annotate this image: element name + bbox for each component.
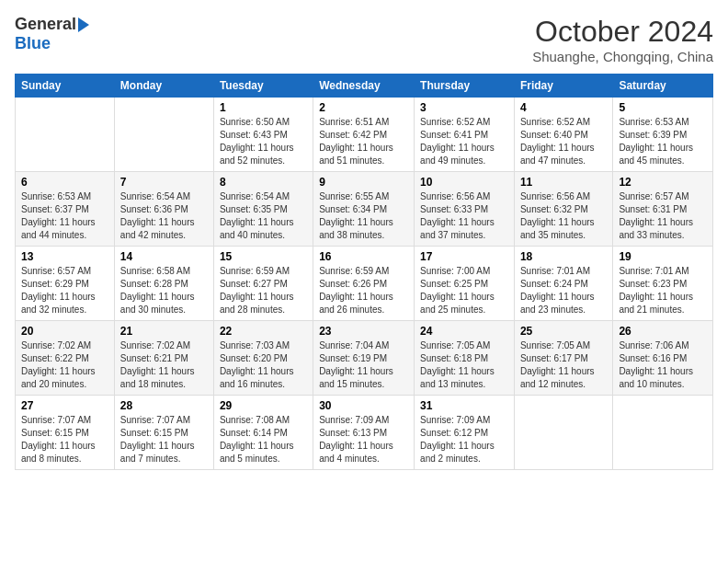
weekday-header-monday: Monday	[114, 75, 213, 98]
calendar-week-row: 1Sunrise: 6:50 AM Sunset: 6:43 PM Daylig…	[16, 98, 713, 172]
logo-blue-text: Blue	[15, 34, 51, 53]
day-number: 15	[220, 250, 307, 263]
day-number: 31	[420, 399, 508, 412]
calendar-cell: 1Sunrise: 6:50 AM Sunset: 6:43 PM Daylig…	[213, 98, 313, 172]
day-info: Sunrise: 6:55 AM Sunset: 6:34 PM Dayligh…	[319, 190, 408, 242]
calendar-cell: 19Sunrise: 7:01 AM Sunset: 6:23 PM Dayli…	[613, 247, 713, 321]
day-info: Sunrise: 6:56 AM Sunset: 6:32 PM Dayligh…	[520, 190, 607, 242]
day-number: 23	[319, 325, 408, 338]
calendar-cell: 9Sunrise: 6:55 AM Sunset: 6:34 PM Daylig…	[313, 172, 415, 247]
calendar-cell: 23Sunrise: 7:04 AM Sunset: 6:19 PM Dayli…	[313, 321, 415, 396]
day-number: 27	[21, 399, 108, 412]
day-info: Sunrise: 6:57 AM Sunset: 6:29 PM Dayligh…	[21, 265, 108, 316]
day-number: 10	[420, 176, 508, 189]
day-info: Sunrise: 6:59 AM Sunset: 6:27 PM Dayligh…	[220, 265, 307, 316]
weekday-header-saturday: Saturday	[613, 75, 713, 98]
day-info: Sunrise: 7:06 AM Sunset: 6:16 PM Dayligh…	[619, 339, 707, 391]
day-number: 1	[220, 101, 307, 114]
day-number: 7	[120, 176, 208, 189]
weekday-header-sunday: Sunday	[16, 75, 115, 98]
month-title: October 2024	[532, 15, 713, 49]
day-number: 30	[319, 399, 408, 412]
logo-general-text: General	[15, 15, 76, 34]
calendar-body: 1Sunrise: 6:50 AM Sunset: 6:43 PM Daylig…	[16, 98, 713, 470]
calendar-cell: 20Sunrise: 7:02 AM Sunset: 6:22 PM Dayli…	[16, 321, 115, 396]
day-info: Sunrise: 6:52 AM Sunset: 6:41 PM Dayligh…	[420, 116, 508, 167]
day-number: 26	[619, 325, 707, 338]
day-number: 11	[520, 176, 607, 189]
day-info: Sunrise: 7:09 AM Sunset: 6:12 PM Dayligh…	[420, 414, 508, 465]
calendar-cell: 25Sunrise: 7:05 AM Sunset: 6:17 PM Dayli…	[514, 321, 612, 396]
day-number: 18	[520, 250, 607, 263]
logo-arrow-icon	[78, 17, 89, 32]
day-number: 4	[520, 101, 607, 114]
day-info: Sunrise: 6:54 AM Sunset: 6:35 PM Dayligh…	[220, 190, 307, 242]
day-info: Sunrise: 6:53 AM Sunset: 6:37 PM Dayligh…	[21, 190, 108, 242]
calendar-cell: 8Sunrise: 6:54 AM Sunset: 6:35 PM Daylig…	[213, 172, 313, 247]
day-info: Sunrise: 7:01 AM Sunset: 6:23 PM Dayligh…	[619, 265, 707, 316]
calendar-cell: 22Sunrise: 7:03 AM Sunset: 6:20 PM Dayli…	[213, 321, 313, 396]
calendar-cell: 26Sunrise: 7:06 AM Sunset: 6:16 PM Dayli…	[613, 321, 713, 396]
calendar-week-row: 27Sunrise: 7:07 AM Sunset: 6:15 PM Dayli…	[16, 396, 713, 470]
calendar-cell: 3Sunrise: 6:52 AM Sunset: 6:41 PM Daylig…	[415, 98, 515, 172]
calendar-cell: 27Sunrise: 7:07 AM Sunset: 6:15 PM Dayli…	[16, 396, 115, 470]
calendar-week-row: 13Sunrise: 6:57 AM Sunset: 6:29 PM Dayli…	[16, 247, 713, 321]
day-info: Sunrise: 7:05 AM Sunset: 6:17 PM Dayligh…	[520, 339, 607, 391]
day-info: Sunrise: 7:01 AM Sunset: 6:24 PM Dayligh…	[520, 265, 607, 316]
calendar-cell: 14Sunrise: 6:58 AM Sunset: 6:28 PM Dayli…	[114, 247, 213, 321]
weekday-header-wednesday: Wednesday	[313, 75, 415, 98]
calendar-cell	[16, 98, 115, 172]
calendar-cell: 29Sunrise: 7:08 AM Sunset: 6:14 PM Dayli…	[213, 396, 313, 470]
calendar-cell	[514, 396, 612, 470]
calendar-cell	[613, 396, 713, 470]
calendar-week-row: 6Sunrise: 6:53 AM Sunset: 6:37 PM Daylig…	[16, 172, 713, 247]
calendar-table: SundayMondayTuesdayWednesdayThursdayFrid…	[15, 74, 713, 470]
weekday-header-tuesday: Tuesday	[213, 75, 313, 98]
day-number: 3	[420, 101, 508, 114]
day-number: 29	[220, 399, 307, 412]
calendar-cell: 7Sunrise: 6:54 AM Sunset: 6:36 PM Daylig…	[114, 172, 213, 247]
day-number: 2	[319, 101, 408, 114]
day-info: Sunrise: 7:07 AM Sunset: 6:15 PM Dayligh…	[120, 414, 208, 465]
weekday-header-friday: Friday	[514, 75, 612, 98]
calendar-cell: 18Sunrise: 7:01 AM Sunset: 6:24 PM Dayli…	[514, 247, 612, 321]
day-info: Sunrise: 7:02 AM Sunset: 6:22 PM Dayligh…	[21, 339, 108, 391]
calendar-header-row: SundayMondayTuesdayWednesdayThursdayFrid…	[16, 75, 713, 98]
day-info: Sunrise: 6:56 AM Sunset: 6:33 PM Dayligh…	[420, 190, 508, 242]
calendar-cell: 15Sunrise: 6:59 AM Sunset: 6:27 PM Dayli…	[213, 247, 313, 321]
day-number: 17	[420, 250, 508, 263]
location-subtitle: Shuanghe, Chongqing, China	[532, 49, 713, 64]
page-header: General Blue October 2024 Shuanghe, Chon…	[15, 15, 713, 64]
day-info: Sunrise: 7:08 AM Sunset: 6:14 PM Dayligh…	[220, 414, 307, 465]
day-number: 14	[120, 250, 208, 263]
calendar-cell: 4Sunrise: 6:52 AM Sunset: 6:40 PM Daylig…	[514, 98, 612, 172]
calendar-cell: 28Sunrise: 7:07 AM Sunset: 6:15 PM Dayli…	[114, 396, 213, 470]
calendar-cell: 13Sunrise: 6:57 AM Sunset: 6:29 PM Dayli…	[16, 247, 115, 321]
day-info: Sunrise: 7:02 AM Sunset: 6:21 PM Dayligh…	[120, 339, 208, 391]
calendar-cell: 30Sunrise: 7:09 AM Sunset: 6:13 PM Dayli…	[313, 396, 415, 470]
weekday-header-thursday: Thursday	[415, 75, 515, 98]
calendar-cell: 24Sunrise: 7:05 AM Sunset: 6:18 PM Dayli…	[415, 321, 515, 396]
calendar-cell: 16Sunrise: 6:59 AM Sunset: 6:26 PM Dayli…	[313, 247, 415, 321]
day-info: Sunrise: 7:07 AM Sunset: 6:15 PM Dayligh…	[21, 414, 108, 465]
calendar-cell: 11Sunrise: 6:56 AM Sunset: 6:32 PM Dayli…	[514, 172, 612, 247]
day-number: 20	[21, 325, 108, 338]
day-number: 25	[520, 325, 607, 338]
day-number: 12	[619, 176, 707, 189]
day-info: Sunrise: 7:05 AM Sunset: 6:18 PM Dayligh…	[420, 339, 508, 391]
day-number: 28	[120, 399, 208, 412]
day-number: 19	[619, 250, 707, 263]
day-info: Sunrise: 7:00 AM Sunset: 6:25 PM Dayligh…	[420, 265, 508, 316]
calendar-cell: 21Sunrise: 7:02 AM Sunset: 6:21 PM Dayli…	[114, 321, 213, 396]
calendar-cell: 31Sunrise: 7:09 AM Sunset: 6:12 PM Dayli…	[415, 396, 515, 470]
calendar-cell: 10Sunrise: 6:56 AM Sunset: 6:33 PM Dayli…	[415, 172, 515, 247]
day-info: Sunrise: 7:03 AM Sunset: 6:20 PM Dayligh…	[220, 339, 307, 391]
day-number: 6	[21, 176, 108, 189]
day-number: 13	[21, 250, 108, 263]
calendar-cell: 12Sunrise: 6:57 AM Sunset: 6:31 PM Dayli…	[613, 172, 713, 247]
day-number: 5	[619, 101, 707, 114]
day-info: Sunrise: 6:53 AM Sunset: 6:39 PM Dayligh…	[619, 116, 707, 167]
day-info: Sunrise: 7:09 AM Sunset: 6:13 PM Dayligh…	[319, 414, 408, 465]
day-number: 9	[319, 176, 408, 189]
day-info: Sunrise: 6:50 AM Sunset: 6:43 PM Dayligh…	[220, 116, 307, 167]
